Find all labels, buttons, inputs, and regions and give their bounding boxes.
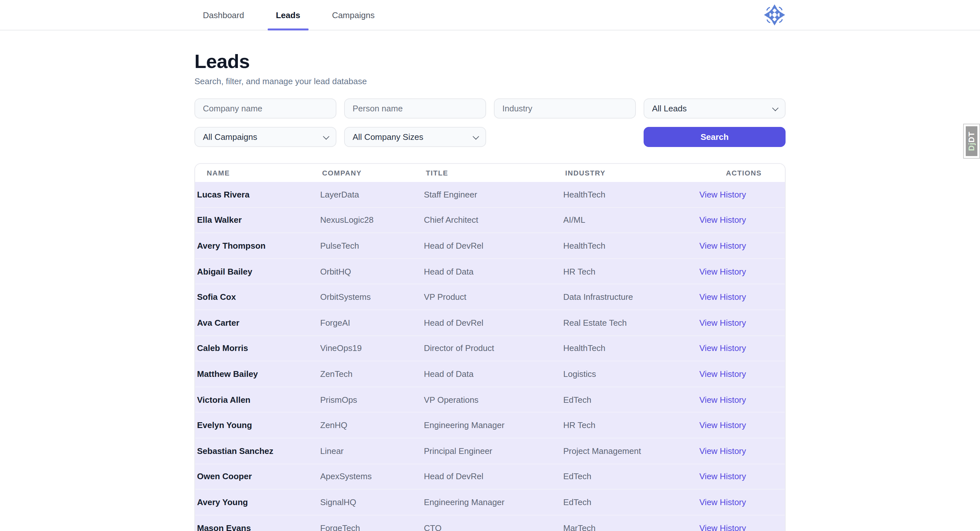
view-history-link[interactable]: View History <box>699 369 746 379</box>
lead-title: Head of DevRel <box>422 233 561 258</box>
lead-title: Chief Architect <box>422 207 561 233</box>
lead-title: Staff Engineer <box>422 182 561 207</box>
lead-name: Avery Young <box>195 489 318 515</box>
lead-title: Head of Data <box>422 259 561 284</box>
app-window: Dashboard Leads Campaigns <box>0 0 980 531</box>
view-history-link[interactable]: View History <box>699 318 746 328</box>
view-history-link[interactable]: View History <box>699 497 746 507</box>
lead-title: Head of DevRel <box>422 310 561 335</box>
lead-title: Director of Product <box>422 335 561 361</box>
lead-industry: EdTech <box>561 489 697 515</box>
table-row: Avery Thompson PulseTech Head of DevRel … <box>195 233 786 258</box>
page-title: Leads <box>194 51 786 72</box>
lead-company: OrbitHQ <box>318 259 422 284</box>
nav-tab-leads[interactable]: Leads <box>267 0 309 30</box>
lead-company: SignalHQ <box>318 489 422 515</box>
lead-company: ZenTech <box>318 361 422 387</box>
leads-table: NAME COMPANY TITLE INDUSTRY ACTIONS Luca… <box>195 164 786 531</box>
lead-name: Sofia Cox <box>195 284 318 310</box>
lead-company: Linear <box>318 438 422 464</box>
lead-name: Ella Walker <box>195 207 318 233</box>
chevron-down-icon <box>772 105 779 111</box>
column-header-actions: ACTIONS <box>697 164 786 182</box>
column-header-name: NAME <box>195 164 318 182</box>
leads-table-card: NAME COMPANY TITLE INDUSTRY ACTIONS Luca… <box>194 163 786 531</box>
top-nav: Dashboard Leads Campaigns <box>0 0 980 30</box>
campaign-select[interactable]: All Campaigns <box>194 127 336 147</box>
view-history-link[interactable]: View History <box>699 241 746 250</box>
view-history-link[interactable]: View History <box>699 472 746 482</box>
lead-title: Engineering Manager <box>422 489 561 515</box>
search-button[interactable]: Search <box>644 127 786 147</box>
djdt-label: DjDT <box>968 132 975 151</box>
table-row: Mason Evans ForgeTech CTO MarTech View H… <box>195 515 786 531</box>
lead-title: Head of DevRel <box>422 464 561 489</box>
table-row: Avery Young SignalHQ Engineering Manager… <box>195 489 786 515</box>
lead-name: Sebastian Sanchez <box>195 438 318 464</box>
company-name-input[interactable] <box>194 98 336 119</box>
nav-container: Dashboard Leads Campaigns <box>194 0 786 30</box>
lead-title: Engineering Manager <box>422 412 561 438</box>
view-history-link[interactable]: View History <box>699 395 746 404</box>
person-name-input[interactable] <box>344 98 486 119</box>
lead-company: ForgeAI <box>318 310 422 335</box>
table-row: Victoria Allen PrismOps VP Operations Ed… <box>195 387 786 412</box>
lead-industry: Project Management <box>561 438 697 464</box>
nav-tab-dashboard[interactable]: Dashboard <box>194 0 253 30</box>
django-debug-toolbar-handle[interactable]: DjDT <box>963 124 980 159</box>
nav-tabs: Dashboard Leads Campaigns <box>194 0 383 30</box>
table-row: Owen Cooper ApexSystems Head of DevRel E… <box>195 464 786 489</box>
view-history-link[interactable]: View History <box>699 266 746 276</box>
lead-company: PulseTech <box>318 233 422 258</box>
lead-industry: HR Tech <box>561 259 697 284</box>
lead-company: PrismOps <box>318 387 422 412</box>
chevron-down-icon <box>323 133 329 140</box>
filter-bar: All Leads All Campaigns All Company Size… <box>194 98 786 147</box>
view-history-link[interactable]: View History <box>699 523 746 531</box>
table-row: Caleb Morris VineOps19 Director of Produ… <box>195 335 786 361</box>
lead-company: ZenHQ <box>318 412 422 438</box>
view-history-link[interactable]: View History <box>699 420 746 430</box>
lead-title: VP Operations <box>422 387 561 412</box>
lead-status-value: All Leads <box>652 104 687 113</box>
lead-company: LayerData <box>318 182 422 207</box>
view-history-link[interactable]: View History <box>699 215 746 225</box>
lead-industry: Data Infrastructure <box>561 284 697 310</box>
lead-status-select[interactable]: All Leads <box>644 98 786 119</box>
campaign-value: All Campaigns <box>203 132 257 142</box>
lead-name: Lucas Rivera <box>195 182 318 207</box>
view-history-link[interactable]: View History <box>699 190 746 200</box>
nav-tab-campaigns[interactable]: Campaigns <box>323 0 383 30</box>
industry-input[interactable] <box>494 98 636 119</box>
lead-name: Avery Thompson <box>195 233 318 258</box>
lead-industry: HealthTech <box>561 233 697 258</box>
table-row: Sofia Cox OrbitSystems VP Product Data I… <box>195 284 786 310</box>
lead-name: Ava Carter <box>195 310 318 335</box>
table-row: Matthew Bailey ZenTech Head of Data Logi… <box>195 361 786 387</box>
main-content: Leads Search, filter, and manage your le… <box>194 51 786 531</box>
chevron-down-icon <box>473 133 479 140</box>
company-size-select[interactable]: All Company Sizes <box>344 127 486 147</box>
lead-industry: MarTech <box>561 515 697 531</box>
view-history-link[interactable]: View History <box>699 292 746 302</box>
lead-name: Victoria Allen <box>195 387 318 412</box>
lead-name: Owen Cooper <box>195 464 318 489</box>
lead-company: OrbitSystems <box>318 284 422 310</box>
lead-industry: AI/ML <box>561 207 697 233</box>
table-row: Sebastian Sanchez Linear Principal Engin… <box>195 438 786 464</box>
lead-name: Mason Evans <box>195 515 318 531</box>
view-history-link[interactable]: View History <box>699 446 746 456</box>
table-header-row: NAME COMPANY TITLE INDUSTRY ACTIONS <box>195 164 786 182</box>
column-header-title: TITLE <box>422 164 561 182</box>
lead-industry: Real Estate Tech <box>561 310 697 335</box>
lead-title: Head of Data <box>422 361 561 387</box>
page-subtitle: Search, filter, and manage your lead dat… <box>194 76 786 87</box>
brand-logo-icon <box>764 4 786 26</box>
table-row: Abigail Bailey OrbitHQ Head of Data HR T… <box>195 259 786 284</box>
lead-name: Evelyn Young <box>195 412 318 438</box>
view-history-link[interactable]: View History <box>699 344 746 353</box>
lead-industry: EdTech <box>561 464 697 489</box>
lead-company: ApexSystems <box>318 464 422 489</box>
table-row: Lucas Rivera LayerData Staff Engineer He… <box>195 182 786 207</box>
table-row: Ava Carter ForgeAI Head of DevRel Real E… <box>195 310 786 335</box>
